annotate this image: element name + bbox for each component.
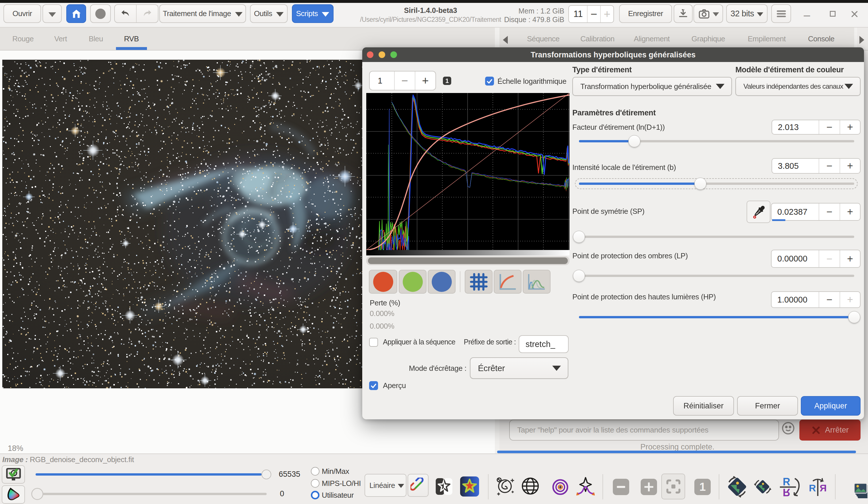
svg-text:R: R — [819, 483, 827, 493]
svg-text:R: R — [783, 486, 790, 498]
svg-text:R: R — [783, 476, 790, 488]
svg-text:R: R — [809, 483, 816, 493]
